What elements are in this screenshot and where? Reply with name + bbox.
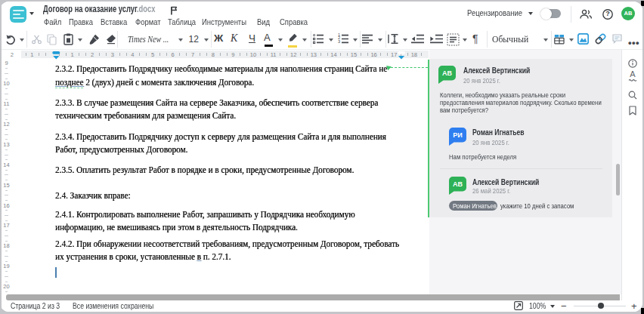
svg-text:АВ: АВ — [442, 69, 452, 77]
svg-text:АВ: АВ — [453, 180, 463, 188]
svg-text:РИ: РИ — [453, 131, 462, 139]
